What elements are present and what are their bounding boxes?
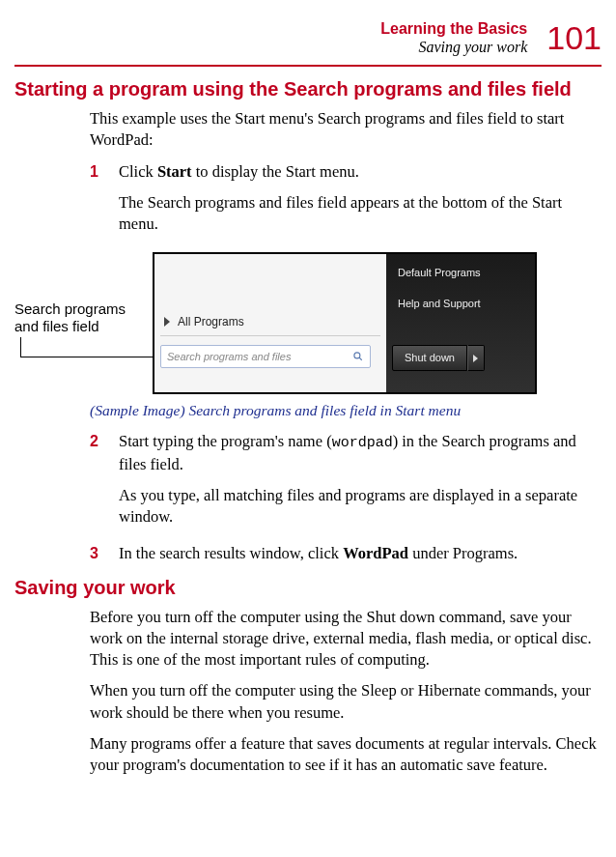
figure-callout-label: Search programs and files field [14,300,145,335]
header-rule [14,65,602,67]
all-programs-item[interactable]: All Programs [164,314,244,329]
step-text-bold: WordPad [343,544,408,562]
header-section: Saving your work [380,38,527,56]
step-2: 2 Start typing the program's name (wordp… [90,431,602,537]
section-heading-saving: Saving your work [14,577,602,599]
start-menu-left-pane: All Programs Search programs and files [154,254,386,392]
step-text-bold: Start [157,162,192,181]
search-programs-field[interactable]: Search programs and files [160,345,371,368]
menu-divider [160,335,380,336]
step-text-post: under Programs. [408,544,518,562]
page-number: 101 [546,19,602,57]
step-text-pre: Click [119,162,157,181]
start-menu-screenshot: All Programs Search programs and files D… [153,252,537,394]
step-number: 2 [90,431,105,452]
step-text-post: to display the Start menu. [192,162,359,181]
saving-para-2: When you turn off the computer using the… [90,680,602,724]
help-support-item[interactable]: Help and Support [398,297,481,311]
chapter-title: Learning the Basics [380,19,527,38]
step-3: 3 In the search results window, click Wo… [90,543,602,564]
saving-para-3: Many programs offer a feature that saves… [90,733,602,777]
step-after: The Search programs and files field appe… [119,192,602,236]
svg-point-0 [354,353,360,358]
step-number: 1 [90,161,105,183]
step-text-code: wordpad [332,435,393,451]
all-programs-label: All Programs [178,314,244,329]
section-heading-starting: Starting a program using the Search prog… [14,78,602,100]
saving-para-1: Before you turn off the computer using t… [90,607,602,671]
page-header: Learning the Basics Saving your work 101 [14,19,602,57]
start-menu-right-pane: Default Programs Help and Support Shut d… [386,254,535,392]
step-1: 1 Click Start to display the Start menu.… [90,161,602,245]
default-programs-item[interactable]: Default Programs [398,266,481,280]
callout-line [20,337,21,357]
intro-paragraph: This example uses the Start menu's Searc… [90,108,602,152]
step-after: As you type, all matching files and prog… [119,485,602,528]
step-text-pre: In the search results window, click [119,544,343,562]
search-icon [352,351,364,362]
shutdown-button-group: Shut down [392,345,485,371]
shutdown-button[interactable]: Shut down [392,345,467,371]
figure-caption: (Sample Image) Search programs and files… [90,401,602,421]
chevron-right-icon [473,355,478,362]
search-placeholder: Search programs and files [167,350,352,364]
start-menu-figure: Search programs and files field All Prog… [90,252,602,397]
callout-line [20,357,167,357]
svg-line-1 [359,357,362,360]
shutdown-menu-button[interactable] [467,345,485,371]
chevron-right-icon [164,317,170,327]
step-text-pre: Start typing the program's name ( [119,432,332,450]
step-number: 3 [90,543,105,564]
